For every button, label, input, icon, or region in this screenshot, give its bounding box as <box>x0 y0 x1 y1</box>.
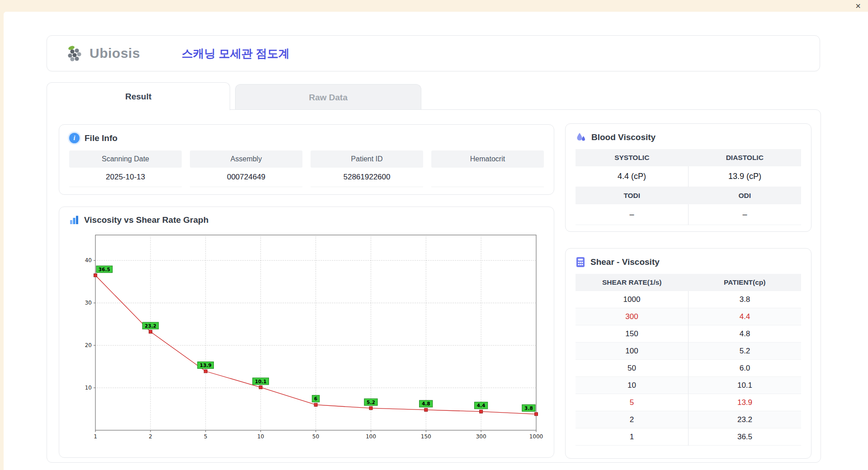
chart-wrap: 102030401251050100150300100036.523.213.9… <box>69 230 544 446</box>
shear-viscosity-table: SHEAR RATE(1/s) PATIENT(cp) 10003.83004.… <box>576 274 801 446</box>
field-scanning-date-value: 2025-10-13 <box>69 168 182 187</box>
field-hematocrit-label: Hematocrit <box>431 150 544 168</box>
shear-rate-cell: 150 <box>576 325 688 343</box>
shear-rate-cell: 5 <box>576 394 688 411</box>
bv-header-row-2: TODI ODI <box>576 187 801 204</box>
calculator-icon <box>576 257 585 268</box>
shear-rate-cell: 300 <box>576 308 688 325</box>
shear-table-row-1000: 10003.8 <box>576 291 801 308</box>
app-header: Ubiosis 스캐닝 모세관 점도계 <box>47 35 820 71</box>
field-hematocrit: Hematocrit <box>431 150 544 187</box>
file-info-fields: Scanning Date2025-10-13Assembly000724649… <box>69 150 544 187</box>
shear-rate-cell: 1 <box>576 428 688 446</box>
shear-table-row-300: 3004.4 <box>576 308 801 325</box>
systolic-header: SYSTOLIC <box>576 149 689 166</box>
close-icon[interactable]: × <box>855 1 861 11</box>
svg-text:23.2: 23.2 <box>145 323 156 329</box>
graph-title-row: Viscosity vs Shear Rate Graph <box>69 215 544 225</box>
shear-table-header: SHEAR RATE(1/s) PATIENT(cp) <box>576 274 801 291</box>
patient-viscosity-cell: 4.8 <box>688 325 801 343</box>
svg-text:4.8: 4.8 <box>422 401 430 406</box>
shear-rate-cell: 50 <box>576 360 688 377</box>
patient-viscosity-cell: 3.8 <box>688 291 801 308</box>
svg-text:3.8: 3.8 <box>524 405 533 411</box>
info-icon: i <box>69 133 80 143</box>
bar-chart-icon <box>69 215 79 225</box>
field-scanning-date-label: Scanning Date <box>69 150 182 168</box>
shear-viscosity-card: Shear - Viscosity SHEAR RATE(1/s) PATIEN… <box>565 248 811 459</box>
viscosity-chart: 102030401251050100150300100036.523.213.9… <box>69 230 545 444</box>
svg-text:5.2: 5.2 <box>367 400 375 405</box>
svg-text:1000: 1000 <box>529 433 543 440</box>
svg-text:20: 20 <box>85 342 92 348</box>
shear-table-row-2: 223.2 <box>576 411 801 428</box>
graph-title: Viscosity vs Shear Rate Graph <box>84 215 208 225</box>
patient-viscosity-cell: 36.5 <box>688 428 801 446</box>
shear-table-body: 10003.83004.41504.81005.2506.01010.1513.… <box>576 291 801 446</box>
bv-value-row-2: – – <box>576 204 801 225</box>
svg-text:5: 5 <box>204 433 208 440</box>
field-scanning-date: Scanning Date2025-10-13 <box>69 150 182 187</box>
svg-text:10.1: 10.1 <box>255 379 267 384</box>
svg-text:10: 10 <box>257 433 264 440</box>
odi-header: ODI <box>689 187 802 204</box>
svg-text:300: 300 <box>476 433 486 440</box>
tab-result[interactable]: Result <box>47 82 230 110</box>
todi-header: TODI <box>576 187 689 204</box>
shear-rate-cell: 10 <box>576 377 688 394</box>
odi-value: – <box>688 204 801 225</box>
svg-text:36.5: 36.5 <box>99 267 110 272</box>
bv-value-row-1: 4.4 (cP) 13.9 (cP) <box>576 166 801 187</box>
field-hematocrit-value <box>431 168 544 187</box>
field-assembly-label: Assembly <box>190 150 302 168</box>
file-info-title-row: i File Info <box>69 133 544 143</box>
window-titlebar: × <box>0 0 868 12</box>
diastolic-header: DIASTOLIC <box>689 149 802 166</box>
shear-table-row-10: 1010.1 <box>576 377 801 394</box>
field-patient-id: Patient ID52861922600 <box>311 150 423 187</box>
shear-table-row-1: 136.5 <box>576 428 801 446</box>
file-info-title: File Info <box>85 133 118 143</box>
svg-text:1: 1 <box>94 433 97 440</box>
systolic-value: 4.4 (cP) <box>576 166 688 187</box>
patient-column-header: PATIENT(cp) <box>689 274 802 291</box>
field-assembly-value: 000724649 <box>190 168 302 187</box>
field-patient-id-value: 52861922600 <box>311 168 423 187</box>
tab-raw-data[interactable]: Raw Data <box>235 84 421 110</box>
patient-viscosity-cell: 23.2 <box>688 411 801 428</box>
file-info-card: i File Info Scanning Date2025-10-13Assem… <box>59 124 554 195</box>
svg-text:50: 50 <box>312 433 319 440</box>
result-panel: i File Info Scanning Date2025-10-13Assem… <box>47 109 821 463</box>
shear-rate-cell: 2 <box>576 411 688 428</box>
shear-rate-column-header: SHEAR RATE(1/s) <box>576 274 689 291</box>
viscosity-graph-card: Viscosity vs Shear Rate Graph 1020304012… <box>59 207 554 458</box>
svg-text:2: 2 <box>149 433 152 440</box>
shear-rate-cell: 100 <box>576 343 688 360</box>
blood-viscosity-table: SYSTOLIC DIASTOLIC 4.4 (cP) 13.9 (cP) TO… <box>576 149 801 225</box>
patient-viscosity-cell: 4.4 <box>688 308 801 325</box>
ubiosis-logo-icon <box>66 45 85 61</box>
patient-viscosity-cell: 6.0 <box>688 360 801 377</box>
field-assembly: Assembly000724649 <box>190 150 302 187</box>
field-patient-id-label: Patient ID <box>311 150 423 168</box>
svg-text:6: 6 <box>314 396 317 401</box>
page-title: 스캐닝 모세관 점도계 <box>182 46 290 61</box>
svg-text:30: 30 <box>85 300 92 306</box>
shear-rate-cell: 1000 <box>576 291 688 308</box>
shear-table-row-100: 1005.2 <box>576 343 801 360</box>
blood-title-row: Blood Viscosity <box>576 132 801 143</box>
svg-text:10: 10 <box>85 385 92 391</box>
shear-table-row-50: 506.0 <box>576 360 801 377</box>
logo-text: Ubiosis <box>90 46 140 61</box>
svg-text:13.9: 13.9 <box>200 362 212 368</box>
shear-table-row-5: 513.9 <box>576 394 801 411</box>
patient-viscosity-cell: 5.2 <box>688 343 801 360</box>
shear-table-row-150: 1504.8 <box>576 325 801 343</box>
patient-viscosity-cell: 10.1 <box>688 377 801 394</box>
blood-viscosity-title: Blood Viscosity <box>591 132 656 142</box>
shear-viscosity-title: Shear - Viscosity <box>590 257 660 267</box>
shear-title-row: Shear - Viscosity <box>576 257 801 268</box>
diastolic-value: 13.9 (cP) <box>688 166 801 187</box>
blood-viscosity-card: Blood Viscosity SYSTOLIC DIASTOLIC 4.4 (… <box>565 123 811 232</box>
ubiosis-logo: Ubiosis <box>66 45 140 61</box>
